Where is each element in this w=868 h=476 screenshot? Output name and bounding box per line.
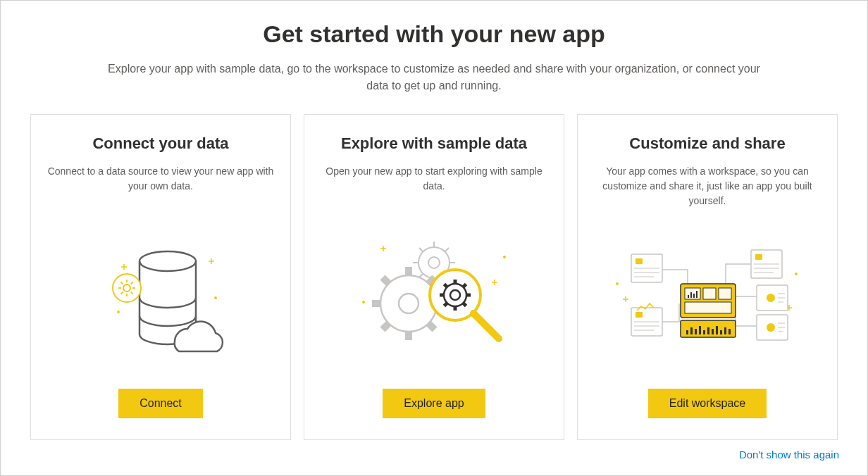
svg-rect-29 (719, 288, 731, 299)
svg-rect-28 (703, 288, 716, 299)
svg-point-15 (795, 273, 798, 275)
connect-button[interactable]: Connect (118, 389, 203, 418)
svg-rect-43 (716, 326, 718, 334)
svg-rect-38 (695, 329, 697, 334)
cards-container: Connect your data Connect to a data sour… (29, 114, 839, 440)
card-description: Your app comes with a workspace, so you … (593, 164, 822, 211)
edit-workspace-button[interactable]: Edit workspace (648, 389, 767, 418)
header: Get started with your new app Explore yo… (29, 20, 839, 94)
svg-rect-33 (693, 294, 695, 298)
footer: Don't show this again (29, 449, 839, 461)
svg-point-5 (362, 301, 365, 303)
card-title: Connect your data (92, 134, 228, 153)
svg-point-24 (767, 294, 775, 302)
svg-rect-21 (636, 258, 643, 264)
card-title: Explore with sample data (341, 134, 527, 153)
svg-point-9 (399, 294, 418, 313)
svg-point-3 (113, 274, 141, 302)
svg-point-2 (140, 251, 196, 271)
svg-rect-34 (696, 291, 698, 298)
svg-rect-42 (712, 329, 714, 334)
svg-rect-32 (690, 292, 692, 298)
workspace-dashboards-icon (593, 215, 822, 376)
card-explore-sample: Explore with sample data Open your new a… (304, 114, 564, 440)
explore-app-button[interactable]: Explore app (383, 389, 485, 418)
svg-rect-36 (686, 330, 688, 334)
svg-rect-46 (728, 329, 731, 334)
svg-rect-45 (724, 327, 726, 334)
svg-rect-31 (688, 295, 689, 298)
svg-point-25 (767, 323, 775, 332)
page-title: Get started with your new app (29, 20, 839, 48)
card-title: Customize and share (629, 134, 785, 153)
svg-rect-39 (699, 326, 701, 334)
page-subtitle: Explore your app with sample data, go to… (96, 61, 772, 94)
database-cloud-icon (46, 215, 275, 376)
svg-rect-37 (690, 327, 693, 334)
svg-point-14 (616, 282, 619, 285)
svg-point-6 (503, 256, 506, 258)
card-connect-data: Connect your data Connect to a data sour… (30, 114, 291, 440)
svg-rect-22 (636, 312, 643, 318)
dont-show-again-link[interactable]: Don't show this again (739, 449, 839, 461)
card-description: Open your new app to start exploring wit… (320, 164, 548, 211)
svg-point-0 (117, 311, 120, 313)
svg-rect-23 (755, 254, 762, 260)
svg-rect-30 (685, 302, 731, 313)
gears-magnifier-icon (320, 215, 548, 376)
svg-rect-40 (703, 330, 705, 334)
svg-rect-27 (685, 288, 700, 299)
svg-rect-41 (707, 327, 709, 334)
card-description: Connect to a data source to view your ne… (46, 164, 275, 211)
svg-point-7 (428, 257, 440, 268)
svg-rect-44 (720, 330, 722, 334)
svg-point-1 (214, 296, 217, 299)
card-customize-share: Customize and share Your app comes with … (577, 114, 838, 440)
